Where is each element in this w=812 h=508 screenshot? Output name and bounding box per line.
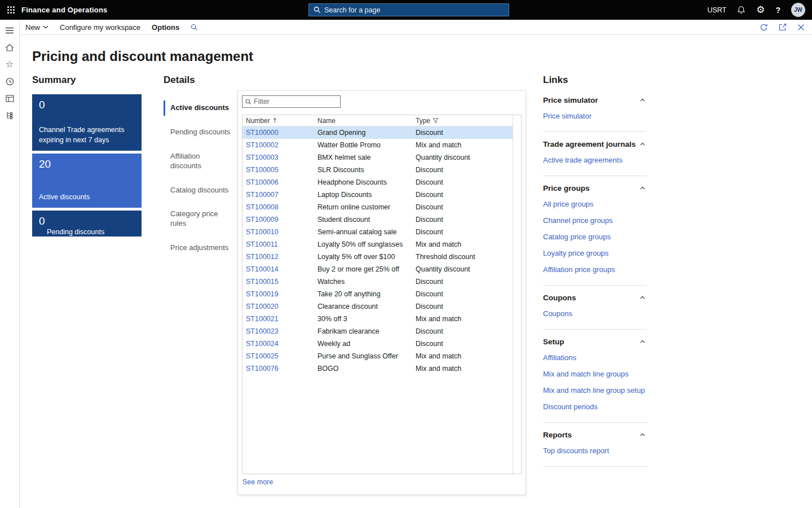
link-item-active-trade-agreements[interactable]: Active trade agreements [543, 152, 647, 168]
link-item-top-discounts-report[interactable]: Top discounts report [543, 443, 647, 459]
table-row[interactable]: ST100020 Clearance discount Discount [242, 300, 513, 313]
links-section-header[interactable]: Setup [543, 335, 647, 349]
cell-number[interactable]: ST100011 [242, 240, 317, 248]
column-header-name[interactable]: Name [317, 117, 416, 125]
links-section-header[interactable]: Coupons [543, 291, 647, 305]
table-row[interactable]: ST100007 Laptop Discounts Discount [242, 189, 513, 201]
options-button[interactable]: Options [146, 20, 185, 34]
details-tab-catalog-discounts[interactable]: Catalog discounts [164, 178, 237, 203]
details-tab-active-discounts[interactable]: Active discounts [164, 96, 237, 120]
notifications-bell-icon[interactable] [737, 6, 745, 14]
links-section-header[interactable]: Reports [543, 428, 647, 443]
recent-clock-icon[interactable] [1, 73, 18, 90]
table-row[interactable]: ST100076 BOGO Mix and match [242, 362, 513, 375]
cell-number[interactable]: ST100015 [242, 278, 317, 286]
cell-number[interactable]: ST100014 [242, 265, 317, 273]
link-item-affiliations[interactable]: Affiliations [543, 349, 647, 366]
cell-number[interactable]: ST100002 [242, 141, 317, 149]
links-section-items: All price groupsChannel price groupsCata… [543, 196, 647, 278]
page-search-input[interactable] [324, 6, 504, 14]
cell-number[interactable]: ST100006 [242, 178, 317, 186]
page-title: Pricing and discount management [32, 49, 253, 64]
link-item-channel-price-groups[interactable]: Channel price groups [543, 212, 647, 229]
table-row[interactable]: ST100002 Watter Bottle Promo Mix and mat… [242, 139, 513, 151]
cell-name: Loyalty 5% off over $100 [317, 253, 416, 261]
configure-workspace-button[interactable]: Configure my workspace [54, 20, 146, 34]
home-icon[interactable] [1, 39, 18, 56]
table-row[interactable]: ST100010 Semi-annual catalog sale Discou… [242, 226, 513, 238]
link-item-discount-periods[interactable]: Discount periods [543, 398, 647, 415]
table-row[interactable]: ST100011 Loyalty 50% off sunglasses Mix … [242, 238, 513, 251]
link-item-loyalty-price-groups[interactable]: Loyalty price groups [543, 245, 647, 261]
tile-label: Pending discounts [39, 227, 135, 238]
link-item-mix-and-match-line-group-setup[interactable]: Mix and match line group setup [543, 382, 647, 398]
settings-gear-icon[interactable]: ⚙ [756, 5, 765, 15]
toolbar-search-icon[interactable] [185, 20, 204, 34]
link-item-affiliation-price-groups[interactable]: Affiliation price groups [543, 261, 647, 278]
cell-number[interactable]: ST100025 [242, 352, 317, 360]
cell-number[interactable]: ST100020 [242, 303, 317, 310]
cell-number[interactable]: ST100023 [242, 327, 317, 335]
links-section-header[interactable]: Trade agreement journals [543, 137, 647, 152]
details-tab-category-price-rules[interactable]: Category price rules [164, 202, 237, 236]
hamburger-menu-icon[interactable] [1, 22, 18, 39]
links-section-header[interactable]: Price groups [543, 181, 647, 196]
close-icon[interactable] [796, 24, 806, 31]
table-scrollbar[interactable] [513, 115, 521, 474]
cell-number[interactable]: ST100021 [242, 315, 317, 323]
link-item-price-simulator[interactable]: Price simulator [543, 108, 647, 124]
link-item-all-price-groups[interactable]: All price groups [543, 196, 647, 212]
avatar[interactable]: JW [791, 3, 805, 17]
app-launcher-icon[interactable] [0, 0, 21, 20]
cell-number[interactable]: ST100005 [242, 166, 317, 174]
refresh-icon[interactable] [758, 23, 770, 32]
details-tab-pending-discounts[interactable]: Pending discounts [164, 120, 237, 144]
table-row[interactable]: ST100008 Return online customer Discount [242, 201, 513, 213]
table-row[interactable]: ST100012 Loyalty 5% off over $100 Thresh… [242, 251, 513, 263]
table-row[interactable]: ST100021 30% off 3 Mix and match [242, 313, 513, 325]
table-row[interactable]: ST100006 Headphone Discounts Discount [242, 176, 513, 189]
cell-number[interactable]: ST100009 [242, 216, 317, 224]
see-more-link[interactable]: See more [242, 478, 273, 486]
table-row[interactable]: ST100003 BMX helmet sale Quantity discou… [242, 151, 513, 164]
cell-number[interactable]: ST100007 [242, 191, 317, 199]
open-in-new-window-icon[interactable] [777, 23, 788, 31]
link-item-coupons[interactable]: Coupons [543, 305, 647, 322]
cell-number[interactable]: ST100003 [242, 154, 317, 161]
cell-number[interactable]: ST100012 [242, 253, 317, 261]
help-icon[interactable]: ? [775, 6, 780, 15]
summary-tile-pending-discounts[interactable]: 0 Pending discounts [32, 211, 142, 237]
cell-number[interactable]: ST100076 [242, 365, 317, 373]
table-row[interactable]: ST100024 Weekly ad Discount [242, 338, 513, 350]
cell-number[interactable]: ST100010 [242, 228, 317, 236]
cell-number[interactable]: ST100008 [242, 203, 317, 211]
details-tab-affiliation-discounts[interactable]: Affiliation discounts [164, 144, 237, 178]
new-button[interactable]: New [20, 20, 54, 34]
topbar-search-box[interactable] [308, 3, 509, 16]
cell-type: Discount [416, 203, 513, 211]
cell-number[interactable]: ST100024 [242, 340, 317, 348]
favorites-star-icon[interactable]: ☆ [1, 56, 18, 73]
table-row[interactable]: ST100015 Watches Discount [242, 275, 513, 288]
table-row[interactable]: ST100019 Take 20 off anything Discount [242, 288, 513, 300]
modules-tree-icon[interactable] [1, 107, 18, 124]
summary-tile-channel-trade-agreements-expir[interactable]: 0 Channel Trade agreements expiring in n… [32, 94, 142, 151]
table-row[interactable]: ST100000 Grand Opening Discount [242, 126, 513, 139]
column-header-type[interactable]: Type [416, 117, 513, 125]
table-row[interactable]: ST100005 SLR Discounts Discount [242, 164, 513, 176]
table-row[interactable]: ST100014 Buy 2 or more get 25% off Quant… [242, 263, 513, 275]
link-item-catalog-price-groups[interactable]: Catalog price groups [543, 229, 647, 245]
table-row[interactable]: ST100023 Fabrikam clearance Discount [242, 325, 513, 338]
workspaces-icon[interactable] [1, 90, 18, 107]
summary-tile-active-discounts[interactable]: 20 Active discounts [32, 154, 142, 208]
link-item-mix-and-match-line-groups[interactable]: Mix and match line groups [543, 366, 647, 382]
cell-number[interactable]: ST100000 [242, 129, 317, 137]
filter-box[interactable] [242, 95, 341, 108]
table-row[interactable]: ST100009 Student discount Discount [242, 213, 513, 226]
table-row[interactable]: ST100025 Purse and Sunglass Offer Mix an… [242, 350, 513, 362]
filter-input[interactable] [254, 98, 337, 106]
details-tab-price-adjustments[interactable]: Price adjustments [164, 236, 237, 260]
cell-number[interactable]: ST100019 [242, 290, 317, 298]
column-header-number[interactable]: Number ↑ [242, 117, 317, 125]
links-section-header[interactable]: Price simulator [543, 93, 647, 108]
